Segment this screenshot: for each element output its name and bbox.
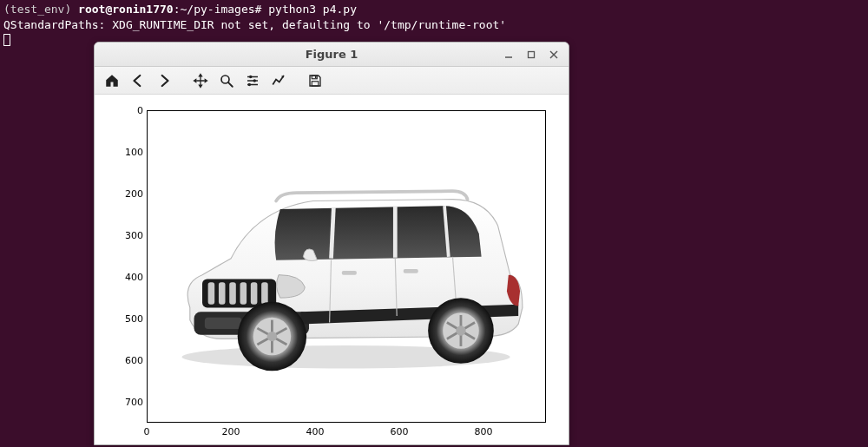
y-tick-label: 700 [117,397,143,408]
svg-rect-24 [251,282,258,305]
configure-subplots-button[interactable] [242,70,263,91]
x-tick-label: 600 [391,426,409,437]
titlebar[interactable]: Figure 1 [95,43,569,67]
user-host: root@ronin1770 [78,3,174,16]
venv-label: (test_env) [3,3,78,16]
path: :~/py-images# [174,3,269,16]
svg-line-5 [228,82,233,86]
y-tick-label: 200 [117,188,143,200]
svg-rect-13 [312,81,319,85]
svg-rect-22 [230,282,237,305]
y-tick-label: 0 [117,105,143,116]
window-title: Figure 1 [306,48,358,61]
stdout-line: QStandardPaths: XDG_RUNTIME_DIR not set,… [3,18,506,31]
edit-axis-button[interactable] [268,70,289,91]
car-icon [157,142,535,391]
y-tick-label: 400 [117,272,143,283]
zoom-button[interactable] [216,70,237,91]
svg-rect-32 [404,269,418,273]
pan-button[interactable] [190,70,211,91]
y-tick-label: 100 [117,147,143,158]
svg-rect-31 [342,271,357,275]
y-tick-label: 300 [117,230,143,241]
back-button[interactable] [128,70,148,91]
forward-button[interactable] [154,70,174,91]
save-button[interactable] [305,70,326,91]
svg-point-9 [253,79,256,82]
x-tick-label: 400 [306,426,325,437]
svg-point-7 [249,75,252,77]
svg-rect-14 [315,76,317,77]
x-tick-label: 200 [222,426,240,437]
svg-rect-23 [240,282,247,305]
window-controls [497,43,565,67]
figure-window: Figure 1 [94,42,569,445]
axes-area[interactable] [147,110,546,423]
y-tick-label: 500 [117,313,143,325]
svg-line-16 [332,207,334,259]
plot-canvas[interactable]: 0 100 200 300 400 500 600 700 0 200 400 … [95,95,569,444]
svg-rect-1 [529,52,535,58]
svg-rect-21 [219,282,226,305]
svg-point-44 [457,325,466,335]
command: python3 p4.py [268,3,357,16]
svg-point-11 [248,82,251,85]
svg-point-38 [267,332,277,341]
x-tick-label: 0 [144,426,150,437]
matplotlib-toolbar [95,67,569,95]
maximize-button[interactable] [520,45,542,64]
cursor [3,34,10,46]
svg-rect-25 [262,282,269,305]
close-button[interactable] [542,45,565,64]
x-tick-label: 800 [475,426,493,437]
displayed-image [148,111,545,422]
home-button[interactable] [102,70,122,91]
minimize-button[interactable] [497,45,520,64]
svg-rect-27 [205,318,242,329]
y-tick-label: 600 [117,355,143,366]
svg-rect-20 [208,282,215,305]
